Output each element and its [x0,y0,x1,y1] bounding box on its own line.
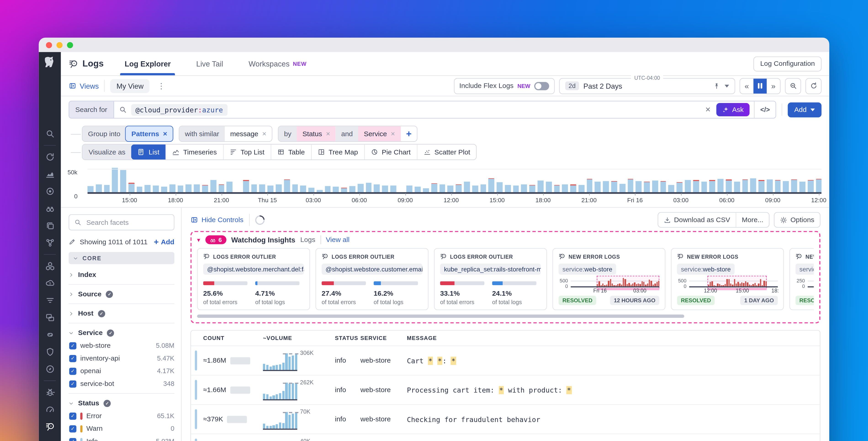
watchdog-card-5[interactable]: NEW ERROR LOGSservice:web-store500012:00… [671,248,784,310]
watchdog-card-3[interactable]: LOGS ERROR OUTLIERkube_replica_set:rails… [434,248,547,310]
include-flex-logs-control[interactable]: Include Flex Logs NEW [454,78,555,94]
rail-item-log-pipelines[interactable] [39,217,61,234]
pin-icon[interactable] [713,82,720,90]
remove-icon[interactable]: × [163,129,167,138]
pause-button[interactable] [753,78,767,93]
visualize-option-timeseries[interactable]: Timeseries [165,145,223,159]
ask-ai-button[interactable]: Ask [716,103,750,116]
facet-search-input[interactable] [85,218,169,227]
log-volume-histogram[interactable]: 50k 0 15:0018:0021:00Thu 1503:0006:0009:… [61,162,829,204]
remove-icon[interactable]: × [326,129,330,138]
checkbox-checked[interactable]: ✓ [69,412,76,419]
card-query-token[interactable]: @shopist.webstore.customer.email:... [321,264,422,275]
checkbox-checked[interactable]: ✓ [69,355,76,362]
download-csv-button[interactable]: Download as CSV [658,213,736,227]
facet-header-host[interactable]: Host✓ [69,310,175,317]
more-button[interactable]: More... [736,213,769,227]
rail-item-traces[interactable] [39,234,61,251]
close-window-button[interactable] [46,42,52,48]
search-query-token[interactable]: @cloud_provider:azure [131,104,227,115]
add-group-by-button[interactable]: + [400,126,417,141]
options-button[interactable]: Options [774,213,820,227]
by-value-status[interactable]: Status× [297,126,336,141]
hide-controls-button[interactable]: Hide Controls [190,216,244,224]
card-query-token[interactable]: service:web-store [796,264,814,275]
checkbox-checked[interactable]: ✓ [69,438,76,441]
flex-logs-toggle[interactable] [534,82,549,90]
time-range-picker[interactable]: UTC-04:00 2d Past 2 Days [559,78,735,94]
clear-search-icon[interactable]: × [700,105,716,115]
rail-item-pipelines[interactable] [39,292,61,309]
rail-item-logs[interactable] [39,418,61,435]
visualize-option-list[interactable]: List [131,145,165,159]
rail-item-ci-visibility[interactable] [39,183,61,200]
facet-value-service-bot[interactable]: ✓service-bot348 [69,380,175,388]
visualize-option-tree-map[interactable]: Tree Map [311,145,364,159]
group-value-patterns[interactable]: Patterns× [125,126,174,142]
current-view-pill[interactable]: My View [110,79,150,93]
watchdog-card-2[interactable]: LOGS ERROR OUTLIER@shopist.webstore.cust… [315,248,428,310]
facet-header-service[interactable]: Service✓ [69,329,175,337]
checkbox-checked[interactable]: ✓ [69,368,76,375]
card-query-token[interactable]: service:web-store [677,264,735,275]
rail-item-watchdog[interactable] [39,200,61,217]
table-row[interactable]: 40K [191,434,820,441]
table-row[interactable]: ≈1.86M306Kinfoweb-storeCart * *: * [191,346,820,375]
facet-header-source[interactable]: Source✓ [69,290,175,298]
rail-item-error-tracking[interactable] [39,384,61,401]
checkbox-checked[interactable]: ✓ [69,425,76,432]
rail-item-metrics[interactable] [39,166,61,183]
tab-log-explorer[interactable]: Log Explorer [125,52,171,76]
facet-value-info[interactable]: ✓Info5.03M [69,438,175,441]
add-facet-button[interactable]: +Add [154,237,175,246]
rail-item-monitors[interactable] [39,401,61,418]
table-row[interactable]: ≈379K70Kinfoweb-storeChecking for fraudu… [191,405,820,434]
facet-value-error[interactable]: ✓Error65.1K [69,412,175,420]
similar-value-message[interactable]: message× [224,126,272,141]
fast-forward-button[interactable]: » [767,78,780,93]
code-view-button[interactable]: </> [754,101,775,118]
rail-item-synthetics[interactable] [39,326,61,343]
remove-icon[interactable]: × [262,129,266,138]
table-row[interactable]: ≈1.66M262Kinfoweb-storeProcessing cart i… [191,375,820,405]
facet-header-index[interactable]: Index [69,271,175,278]
rail-item-rum[interactable] [39,309,61,326]
checkbox-checked[interactable]: ✓ [69,342,76,349]
rail-item-cloud-cost[interactable]: $ [39,275,61,292]
facet-value-openai[interactable]: ✓openai4.17K [69,367,175,375]
views-button[interactable]: Views [69,82,99,90]
visualize-option-table[interactable]: Table [271,145,311,159]
watchdog-card-4[interactable]: NEW ERROR LOGSservice:web-store5000Fri 1… [553,248,665,310]
minimize-window-button[interactable] [56,42,63,48]
rewind-button[interactable]: « [740,78,753,93]
tab-workspaces[interactable]: WorkspacesNEW [249,52,307,76]
collapse-chevron-icon[interactable]: ▾ [197,236,200,243]
facet-value-web-store[interactable]: ✓web-store5.08M [69,342,175,349]
watchdog-card-1[interactable]: LOGS ERROR OUTLIER@shopist.webstore.merc… [197,248,310,310]
chevron-down-icon[interactable] [724,85,729,87]
rail-item-security[interactable] [39,344,61,360]
zoom-window-button[interactable] [67,42,73,48]
facet-section-core[interactable]: CORE [69,252,175,264]
and-value-service[interactable]: Service× [359,126,401,141]
visualize-option-pie-chart[interactable]: Pie Chart [364,145,416,159]
card-query-token[interactable]: @shopist.webstore.merchant.del:fa... [203,264,304,275]
log-configuration-button[interactable]: Log Configuration [753,56,822,71]
checkbox-checked[interactable]: ✓ [69,380,76,387]
refresh-button[interactable] [805,78,822,94]
visualize-option-top-list[interactable]: Top List [223,145,271,159]
pencil-icon[interactable] [69,238,76,245]
add-button[interactable]: Add [787,102,822,117]
facet-header-status[interactable]: Status✓ [69,399,175,407]
visualize-option-scatter-plot[interactable]: Scatter Plot [416,145,476,159]
rail-item-search[interactable] [39,125,61,142]
zoom-out-button[interactable] [785,78,801,94]
scrollbar-thumb[interactable] [197,315,684,318]
view-options-kebab[interactable]: ⋮ [155,81,167,90]
rail-item-infrastructure[interactable] [39,258,61,275]
remove-icon[interactable]: × [391,129,395,138]
watchdog-card-6[interactable]: NEW ERROR LOGSservice:web-store2500RESOL… [789,248,814,310]
card-query-token[interactable]: kube_replica_set:rails-storefront-ma... [440,264,541,275]
view-all-link[interactable]: View all [326,236,349,243]
card-query-token[interactable]: service:web-store [558,264,616,275]
